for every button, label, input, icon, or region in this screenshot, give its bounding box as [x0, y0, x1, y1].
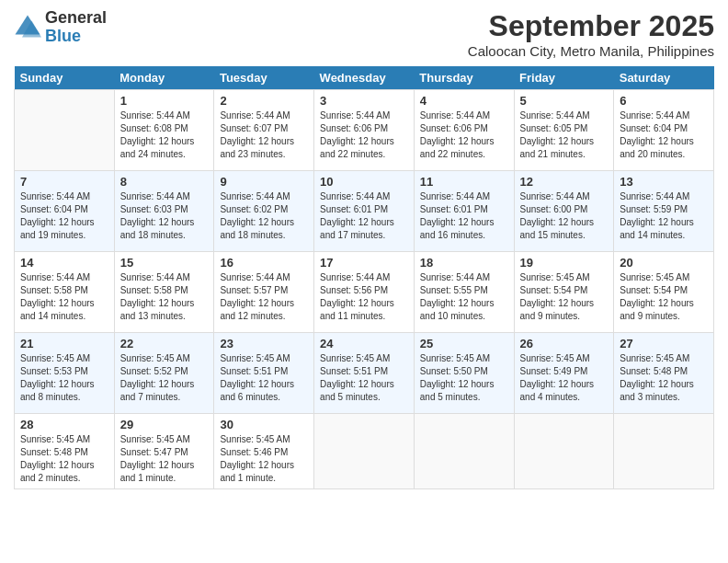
- table-row: 25Sunrise: 5:45 AM Sunset: 5:50 PM Dayli…: [414, 333, 514, 414]
- day-info: Sunrise: 5:44 AM Sunset: 6:01 PM Dayligh…: [420, 190, 508, 242]
- table-row: 12Sunrise: 5:44 AM Sunset: 6:00 PM Dayli…: [514, 171, 614, 252]
- day-number: 26: [520, 337, 609, 350]
- day-number: 13: [620, 175, 708, 189]
- table-row: 11Sunrise: 5:44 AM Sunset: 6:01 PM Dayli…: [414, 171, 514, 252]
- logo-text: General Blue: [45, 9, 107, 46]
- table-row: 29Sunrise: 5:45 AM Sunset: 5:47 PM Dayli…: [114, 414, 214, 489]
- day-number: 6: [620, 94, 708, 108]
- day-number: 21: [20, 337, 108, 350]
- day-info: Sunrise: 5:44 AM Sunset: 6:03 PM Dayligh…: [120, 190, 209, 242]
- table-row: [15, 90, 115, 171]
- table-row: [514, 414, 614, 489]
- logo-icon: [14, 14, 41, 41]
- day-info: Sunrise: 5:45 AM Sunset: 5:53 PM Dayligh…: [20, 352, 108, 404]
- table-row: 23Sunrise: 5:45 AM Sunset: 5:51 PM Dayli…: [214, 333, 314, 414]
- table-row: [414, 414, 514, 489]
- title-section: September 2025 Caloocan City, Metro Mani…: [468, 9, 714, 59]
- day-info: Sunrise: 5:45 AM Sunset: 5:50 PM Dayligh…: [420, 352, 508, 404]
- col-monday: Monday: [114, 66, 214, 90]
- day-info: Sunrise: 5:44 AM Sunset: 5:57 PM Dayligh…: [220, 271, 308, 323]
- table-row: 3Sunrise: 5:44 AM Sunset: 6:06 PM Daylig…: [314, 90, 415, 171]
- header-row: Sunday Monday Tuesday Wednesday Thursday…: [15, 66, 714, 90]
- day-info: Sunrise: 5:45 AM Sunset: 5:52 PM Dayligh…: [120, 352, 209, 404]
- day-info: Sunrise: 5:44 AM Sunset: 6:02 PM Dayligh…: [220, 190, 308, 242]
- table-row: 30Sunrise: 5:45 AM Sunset: 5:46 PM Dayli…: [214, 414, 314, 489]
- day-info: Sunrise: 5:44 AM Sunset: 5:59 PM Dayligh…: [620, 190, 708, 242]
- day-number: 24: [320, 337, 408, 350]
- day-info: Sunrise: 5:44 AM Sunset: 6:04 PM Dayligh…: [620, 109, 708, 161]
- day-number: 10: [320, 175, 408, 189]
- day-number: 19: [520, 256, 609, 270]
- day-info: Sunrise: 5:45 AM Sunset: 5:47 PM Dayligh…: [120, 433, 209, 485]
- table-row: 27Sunrise: 5:45 AM Sunset: 5:48 PM Dayli…: [614, 333, 714, 414]
- subtitle: Caloocan City, Metro Manila, Philippines: [468, 43, 714, 59]
- table-row: 14Sunrise: 5:44 AM Sunset: 5:58 PM Dayli…: [15, 252, 115, 333]
- day-number: 30: [220, 418, 308, 431]
- col-sunday: Sunday: [15, 66, 115, 90]
- logo: General Blue: [14, 9, 107, 46]
- col-thursday: Thursday: [414, 66, 514, 90]
- table-row: [614, 414, 714, 489]
- day-number: 28: [20, 418, 108, 431]
- table-row: 13Sunrise: 5:44 AM Sunset: 5:59 PM Dayli…: [614, 171, 714, 252]
- day-number: 14: [20, 256, 108, 270]
- day-info: Sunrise: 5:44 AM Sunset: 6:01 PM Dayligh…: [320, 190, 408, 242]
- main-title: September 2025: [468, 9, 714, 43]
- day-info: Sunrise: 5:44 AM Sunset: 5:58 PM Dayligh…: [20, 271, 108, 323]
- day-number: 5: [520, 94, 609, 108]
- table-row: 15Sunrise: 5:44 AM Sunset: 5:58 PM Dayli…: [114, 252, 214, 333]
- day-info: Sunrise: 5:44 AM Sunset: 6:05 PM Dayligh…: [520, 109, 609, 161]
- day-number: 7: [20, 175, 108, 189]
- day-number: 18: [420, 256, 508, 270]
- day-number: 29: [120, 418, 209, 431]
- day-number: 1: [120, 94, 209, 108]
- header: General Blue September 2025 Caloocan Cit…: [14, 9, 714, 59]
- day-info: Sunrise: 5:45 AM Sunset: 5:51 PM Dayligh…: [320, 352, 408, 404]
- table-row: 28Sunrise: 5:45 AM Sunset: 5:48 PM Dayli…: [15, 414, 115, 489]
- calendar-table: Sunday Monday Tuesday Wednesday Thursday…: [14, 66, 714, 489]
- table-row: 5Sunrise: 5:44 AM Sunset: 6:05 PM Daylig…: [514, 90, 614, 171]
- day-info: Sunrise: 5:45 AM Sunset: 5:48 PM Dayligh…: [620, 352, 708, 404]
- day-info: Sunrise: 5:44 AM Sunset: 5:55 PM Dayligh…: [420, 271, 508, 323]
- day-info: Sunrise: 5:45 AM Sunset: 5:48 PM Dayligh…: [20, 433, 108, 485]
- table-row: 9Sunrise: 5:44 AM Sunset: 6:02 PM Daylig…: [214, 171, 314, 252]
- page: General Blue September 2025 Caloocan Cit…: [0, 0, 728, 563]
- col-saturday: Saturday: [614, 66, 714, 90]
- day-info: Sunrise: 5:45 AM Sunset: 5:54 PM Dayligh…: [520, 271, 609, 323]
- day-number: 20: [620, 256, 708, 270]
- table-row: 6Sunrise: 5:44 AM Sunset: 6:04 PM Daylig…: [614, 90, 714, 171]
- table-row: 8Sunrise: 5:44 AM Sunset: 6:03 PM Daylig…: [114, 171, 214, 252]
- table-row: 16Sunrise: 5:44 AM Sunset: 5:57 PM Dayli…: [214, 252, 314, 333]
- day-info: Sunrise: 5:45 AM Sunset: 5:54 PM Dayligh…: [620, 271, 708, 323]
- day-number: 2: [220, 94, 308, 108]
- day-info: Sunrise: 5:44 AM Sunset: 6:04 PM Dayligh…: [20, 190, 108, 242]
- table-row: 17Sunrise: 5:44 AM Sunset: 5:56 PM Dayli…: [314, 252, 415, 333]
- col-wednesday: Wednesday: [314, 66, 415, 90]
- day-info: Sunrise: 5:44 AM Sunset: 6:08 PM Dayligh…: [120, 109, 209, 161]
- day-info: Sunrise: 5:44 AM Sunset: 6:06 PM Dayligh…: [320, 109, 408, 161]
- table-row: [314, 414, 415, 489]
- day-info: Sunrise: 5:44 AM Sunset: 5:56 PM Dayligh…: [320, 271, 408, 323]
- logo-blue: Blue: [45, 28, 107, 46]
- day-info: Sunrise: 5:44 AM Sunset: 6:07 PM Dayligh…: [220, 109, 308, 161]
- table-row: 4Sunrise: 5:44 AM Sunset: 6:06 PM Daylig…: [414, 90, 514, 171]
- table-row: 18Sunrise: 5:44 AM Sunset: 5:55 PM Dayli…: [414, 252, 514, 333]
- day-number: 25: [420, 337, 508, 350]
- table-row: 22Sunrise: 5:45 AM Sunset: 5:52 PM Dayli…: [114, 333, 214, 414]
- day-number: 23: [220, 337, 308, 350]
- day-info: Sunrise: 5:45 AM Sunset: 5:49 PM Dayligh…: [520, 352, 609, 404]
- day-number: 17: [320, 256, 408, 270]
- table-row: 2Sunrise: 5:44 AM Sunset: 6:07 PM Daylig…: [214, 90, 314, 171]
- day-number: 22: [120, 337, 209, 350]
- table-row: 24Sunrise: 5:45 AM Sunset: 5:51 PM Dayli…: [314, 333, 415, 414]
- col-tuesday: Tuesday: [214, 66, 314, 90]
- col-friday: Friday: [514, 66, 614, 90]
- day-info: Sunrise: 5:44 AM Sunset: 6:00 PM Dayligh…: [520, 190, 609, 242]
- table-row: 26Sunrise: 5:45 AM Sunset: 5:49 PM Dayli…: [514, 333, 614, 414]
- day-info: Sunrise: 5:45 AM Sunset: 5:51 PM Dayligh…: [220, 352, 308, 404]
- logo-general: General: [45, 9, 107, 28]
- table-row: 19Sunrise: 5:45 AM Sunset: 5:54 PM Dayli…: [514, 252, 614, 333]
- table-row: 21Sunrise: 5:45 AM Sunset: 5:53 PM Dayli…: [15, 333, 115, 414]
- day-info: Sunrise: 5:44 AM Sunset: 5:58 PM Dayligh…: [120, 271, 209, 323]
- day-number: 3: [320, 94, 408, 108]
